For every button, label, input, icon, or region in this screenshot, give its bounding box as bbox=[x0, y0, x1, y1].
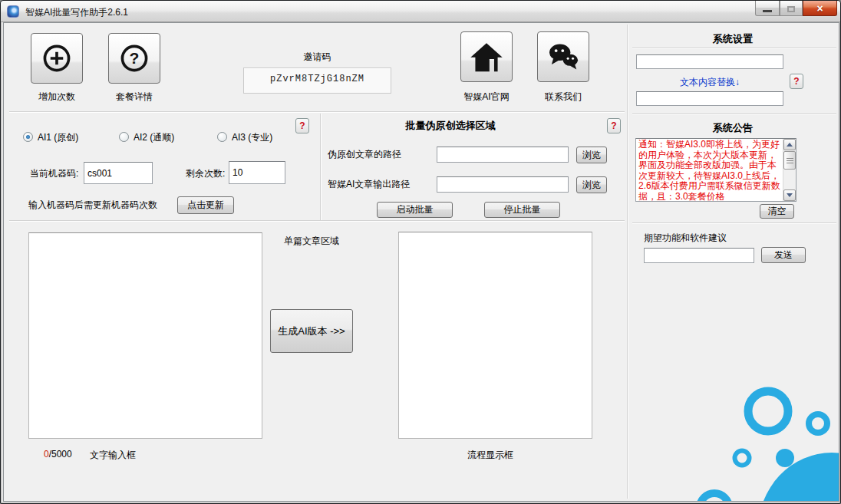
clear-button-label: 清空 bbox=[768, 205, 787, 218]
arrow-up-icon bbox=[787, 143, 793, 147]
machine-code-hint: 输入机器码后需更新机器码次数 bbox=[28, 199, 157, 212]
machine-code-label: 当前机器码: bbox=[30, 167, 78, 180]
stop-batch-button[interactable]: 停止批量 bbox=[484, 202, 560, 218]
app-icon bbox=[7, 5, 19, 18]
article-input-textarea[interactable] bbox=[28, 232, 262, 439]
official-site-label: 智媒AI官网 bbox=[453, 91, 520, 104]
settings-help-button[interactable]: ? bbox=[790, 74, 803, 89]
svg-text:?: ? bbox=[130, 49, 140, 67]
text-replace-link[interactable]: 文本内容替换↓ bbox=[633, 76, 787, 89]
char-counter: 0/5000 bbox=[44, 449, 72, 460]
invite-code-value: pZvrM8TZjG18nZM bbox=[244, 74, 391, 84]
generate-ai-button[interactable]: 生成AI版本 ->> bbox=[270, 309, 353, 353]
announcement-divider bbox=[632, 114, 836, 114]
batch-help-button[interactable]: ? bbox=[607, 118, 621, 133]
source-path-input[interactable] bbox=[437, 147, 569, 163]
replace-top-input[interactable] bbox=[636, 54, 783, 69]
remaining-input[interactable] bbox=[229, 161, 285, 184]
suggestion-divider bbox=[632, 222, 836, 223]
stop-batch-label: 停止批量 bbox=[504, 203, 541, 216]
single-area-title: 单篇文章区域 bbox=[284, 235, 339, 248]
package-details-button[interactable]: ? bbox=[108, 33, 160, 84]
scroll-down-button[interactable] bbox=[783, 189, 796, 201]
divider-top bbox=[9, 111, 625, 112]
flow-caption: 流程显示框 bbox=[467, 449, 513, 462]
contact-us-label: 联系我们 bbox=[537, 91, 589, 104]
source-path-label: 伪原创文章的路径 bbox=[328, 148, 401, 161]
clear-button[interactable]: 清空 bbox=[760, 204, 794, 219]
home-icon bbox=[469, 39, 504, 74]
window-title: 智媒AI批量写作助手2.6.1 bbox=[25, 6, 128, 19]
output-path-input[interactable] bbox=[437, 176, 569, 193]
radio-ai1[interactable] bbox=[23, 132, 33, 142]
replace-bottom-input[interactable] bbox=[636, 91, 783, 106]
scroll-up-button[interactable] bbox=[783, 139, 796, 150]
titlebar[interactable]: 智媒AI批量写作助手2.6.1 × bbox=[1, 1, 840, 22]
official-site-button[interactable] bbox=[460, 31, 513, 82]
input-caption: 文字输入框 bbox=[90, 449, 136, 462]
radio-ai3[interactable] bbox=[217, 132, 227, 142]
plus-circle-icon bbox=[40, 41, 74, 75]
minimize-icon bbox=[763, 10, 772, 12]
announcement-scrollbar[interactable] bbox=[783, 139, 796, 201]
arrow-down-icon bbox=[787, 193, 793, 197]
close-icon: × bbox=[816, 2, 823, 15]
invite-code-label: 邀请码 bbox=[243, 51, 391, 64]
divider-right-panel bbox=[627, 25, 628, 499]
batch-panel-title: 批量伪原创选择区域 bbox=[335, 119, 566, 133]
add-times-button[interactable] bbox=[31, 33, 83, 84]
help-glyph: ? bbox=[299, 120, 305, 131]
ai-help-button[interactable]: ? bbox=[295, 118, 309, 133]
suggestion-label: 期望功能和软件建议 bbox=[644, 232, 727, 245]
minimize-button[interactable] bbox=[755, 1, 780, 16]
suggestion-input[interactable] bbox=[644, 248, 754, 263]
char-limit: /5000 bbox=[49, 449, 72, 460]
radio-ai2-label: AI2 (通顺) bbox=[134, 131, 174, 144]
contact-us-button[interactable] bbox=[537, 31, 589, 82]
send-button-label: 发送 bbox=[774, 249, 793, 262]
add-times-label: 增加次数 bbox=[31, 91, 83, 104]
client-area: 增加次数 ? 套餐详情 邀请码 pZvrM8TZjG18nZM 智媒AI官网 bbox=[3, 22, 839, 502]
invite-code-box: pZvrM8TZjG18nZM bbox=[243, 68, 391, 94]
settings-title: 系统设置 bbox=[633, 32, 833, 46]
settings-divider bbox=[632, 48, 836, 48]
app-window: 智媒AI批量写作助手2.6.1 × 增加次数 ? 套餐详情 邀请码 pZvrM8… bbox=[0, 0, 841, 504]
radio-ai1-label: AI1 (原创) bbox=[38, 131, 78, 144]
output-browse-button[interactable]: 浏览 bbox=[576, 176, 607, 193]
scroll-thumb[interactable] bbox=[783, 151, 796, 170]
char-count: 0 bbox=[44, 449, 49, 460]
send-button[interactable]: 发送 bbox=[761, 247, 806, 263]
browse-label: 浏览 bbox=[582, 149, 601, 162]
start-batch-label: 启动批量 bbox=[397, 203, 434, 216]
maximize-icon bbox=[787, 6, 795, 12]
maximize-button[interactable] bbox=[780, 1, 803, 16]
source-browse-button[interactable]: 浏览 bbox=[576, 147, 607, 163]
radio-ai3-label: AI3 (专业) bbox=[232, 131, 272, 144]
output-path-label: 智媒AI文章输出路径 bbox=[328, 178, 410, 191]
close-button[interactable]: × bbox=[803, 1, 837, 16]
browse-label: 浏览 bbox=[582, 179, 601, 192]
thumb-grip-icon bbox=[787, 158, 793, 159]
update-button[interactable]: 点击更新 bbox=[177, 196, 234, 214]
update-button-label: 点击更新 bbox=[187, 199, 224, 212]
divider-mid-bottom bbox=[9, 220, 625, 221]
announcement-title: 系统公告 bbox=[633, 121, 833, 135]
flow-display-box[interactable] bbox=[398, 232, 592, 439]
generate-ai-label: 生成AI版本 ->> bbox=[278, 324, 345, 338]
start-batch-button[interactable]: 启动批量 bbox=[377, 202, 453, 218]
divider-mid bbox=[320, 114, 321, 220]
package-details-label: 套餐详情 bbox=[108, 91, 160, 104]
remaining-label: 剩余次数: bbox=[186, 167, 225, 180]
help-glyph: ? bbox=[793, 76, 799, 87]
radio-ai2[interactable] bbox=[119, 132, 129, 142]
help-glyph: ? bbox=[611, 120, 616, 131]
announcement-box[interactable]: 通知：智媒AI3.0即将上线，为更好的用户体验，本次为大版本更新，界面及功能全部… bbox=[635, 138, 796, 202]
decorative-circles bbox=[671, 363, 839, 501]
question-circle-icon: ? bbox=[117, 41, 151, 75]
machine-code-input[interactable] bbox=[84, 162, 153, 184]
wechat-icon bbox=[546, 39, 581, 74]
announcement-text: 通知：智媒AI3.0即将上线，为更好的用户体验，本次为大版本更新，界面及功能全部… bbox=[638, 140, 781, 202]
